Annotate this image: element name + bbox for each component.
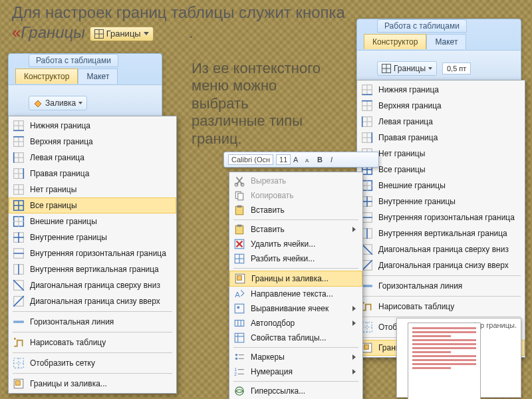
font-size-box[interactable]: 11 xyxy=(276,154,291,165)
menu-item-label: Внутренняя горизонтальная граница xyxy=(30,249,166,258)
svg-line-38 xyxy=(13,296,24,307)
context-menu-item[interactable]: Вырезать xyxy=(229,174,362,188)
borders-menu-item[interactable]: Внешние границы xyxy=(9,213,176,229)
menu-item-label: Границы и заливка... xyxy=(30,379,107,388)
context-menu-item[interactable]: Гиперссылка... xyxy=(229,384,362,398)
submenu-arrow-icon xyxy=(352,306,356,311)
context-menu-item[interactable]: Автоподбор xyxy=(229,316,362,331)
tab-design[interactable]: Конструктор xyxy=(364,34,426,49)
menu-separator xyxy=(233,347,358,348)
borders-menu-item[interactable]: Верхняя граница xyxy=(9,134,176,150)
borders-menu-item[interactable]: Внутренняя горизонтальная граница xyxy=(357,209,525,225)
context-menu-item[interactable]: Выравнивание ячеек xyxy=(229,301,362,316)
context-menu-item[interactable]: Копировать xyxy=(229,188,362,203)
svg-rect-99 xyxy=(238,194,243,200)
borders-menu-item[interactable]: Левая граница xyxy=(357,114,525,130)
bold-icon[interactable]: B xyxy=(317,155,327,164)
borders-menu-item[interactable]: Горизонтальная линия xyxy=(9,314,176,330)
borders-menu-item[interactable]: Нарисовать таблицу xyxy=(357,299,525,315)
chevron-down-icon xyxy=(78,102,82,104)
menu-item-label: Диагональная граница сверху вниз xyxy=(30,281,160,290)
tab-layout[interactable]: Макет xyxy=(426,34,466,49)
border-preview-thumbnail: Выбор границы. xyxy=(396,318,521,398)
context-menu-item[interactable]: Свойства таблицы... xyxy=(229,331,362,345)
context-menu-item[interactable]: AНаправление текста... xyxy=(229,287,362,301)
svg-rect-87 xyxy=(362,323,372,332)
menu-item-label: Все границы xyxy=(30,201,77,210)
font-family-box[interactable]: Calibri (Осн xyxy=(228,154,273,165)
borders-menu-item[interactable]: Нет границы xyxy=(357,146,525,162)
grow-font-icon[interactable]: A xyxy=(293,155,303,164)
svg-text:I: I xyxy=(331,156,332,164)
context-menu-item[interactable]: Маркеры xyxy=(229,350,362,364)
context-icon: A xyxy=(233,288,245,300)
menu-item-label: Внутренняя горизонтальная граница xyxy=(378,213,515,222)
context-menu-item[interactable]: Вставить xyxy=(229,203,362,217)
tab-design[interactable]: Конструктор xyxy=(15,68,78,84)
menu-separator xyxy=(361,275,521,276)
menu-item-label: Внутренние границы xyxy=(378,197,456,206)
borders-grid-icon xyxy=(382,64,391,73)
borders-menu-item[interactable]: Границы и заливка... xyxy=(9,376,176,392)
borders-menu-item[interactable]: Верхняя граница xyxy=(357,98,525,114)
borders-menu-item[interactable]: Отобразить сетку xyxy=(9,355,176,371)
svg-text:A: A xyxy=(305,158,309,164)
borders-menu-item[interactable]: Нижняя граница xyxy=(9,118,176,134)
borders-menu-item[interactable]: Все границы xyxy=(9,198,176,213)
context-icon xyxy=(233,317,245,329)
svg-rect-114 xyxy=(237,307,239,309)
borders-menu-left: Нижняя границаВерхняя границаЛевая грани… xyxy=(8,116,177,394)
border-style-icon xyxy=(13,184,25,196)
menu-separator xyxy=(13,332,172,332)
menu-item-label: Гиперссылка... xyxy=(251,386,305,396)
borders-menu-item[interactable]: Нет границы xyxy=(9,182,176,198)
borders-menu-item[interactable]: Правая граница xyxy=(9,166,176,182)
submenu-arrow-icon xyxy=(352,369,356,374)
menu-item-label: Выравнивание ячеек xyxy=(251,304,329,313)
svg-line-36 xyxy=(13,280,24,291)
borders-menu-item[interactable]: Внешние границы xyxy=(357,178,525,194)
border-style-icon xyxy=(13,120,25,132)
borders-dropdown[interactable]: Границы xyxy=(377,61,437,76)
context-menu-item[interactable]: Границы и заливка... xyxy=(229,271,362,287)
menu-item-label: Маркеры xyxy=(251,352,285,362)
svg-text:B: B xyxy=(317,156,323,164)
context-menu-item[interactable]: Разбить ячейки... xyxy=(229,251,362,266)
borders-menu-item[interactable]: Диагональная граница сверху вниз xyxy=(9,277,176,293)
paint-bucket-icon xyxy=(33,98,43,108)
chevron-down-icon xyxy=(144,32,149,35)
fill-dropdown[interactable]: Заливка xyxy=(29,96,87,110)
borders-label: Границы xyxy=(394,64,426,73)
menu-item-label: Вставить xyxy=(251,225,285,234)
borders-ribbon-button[interactable]: Границы xyxy=(90,27,154,41)
borders-menu-item[interactable]: Внутренняя горизонтальная граница xyxy=(9,245,176,261)
borders-menu-item[interactable]: Правая граница xyxy=(357,130,525,146)
context-menu-item[interactable]: Удалить ячейки... xyxy=(229,237,362,251)
borders-menu-item[interactable]: Диагональная граница снизу вверх xyxy=(9,293,176,309)
menu-separator xyxy=(13,373,172,374)
svg-line-82 xyxy=(362,244,372,255)
menu-item-label: Нижняя граница xyxy=(378,85,439,94)
svg-rect-118 xyxy=(235,333,244,342)
borders-menu-item[interactable]: Нарисовать таблицу xyxy=(9,334,176,350)
context-menu-item[interactable]: 12Нумерация xyxy=(229,364,362,379)
borders-menu-item[interactable]: Внутренняя вертикальная граница xyxy=(9,261,176,277)
borders-menu-item[interactable]: Левая граница xyxy=(9,150,176,166)
borders-menu-item[interactable]: Диагональная граница сверху вниз xyxy=(357,241,525,257)
tab-layout[interactable]: Макет xyxy=(78,68,118,84)
borders-menu-item[interactable]: Внутренние границы xyxy=(9,229,176,245)
menu-item-label: Верхняя граница xyxy=(378,101,442,110)
borders-menu-item[interactable]: Внутренняя вертикальная граница xyxy=(357,225,525,241)
context-icon xyxy=(233,204,245,216)
line-weight-box[interactable]: 0,5 пт xyxy=(442,63,471,74)
svg-rect-100 xyxy=(235,206,243,214)
italic-icon[interactable]: I xyxy=(329,155,338,164)
borders-menu-item[interactable]: Все границы xyxy=(357,162,525,178)
borders-menu-item[interactable]: Диагональная граница снизу вверх xyxy=(357,257,525,273)
borders-menu-item[interactable]: Горизонтальная линия xyxy=(357,278,525,294)
borders-menu-item[interactable]: Нижняя граница xyxy=(357,82,525,98)
borders-menu-right: Нижняя границаВерхняя границаЛевая грани… xyxy=(356,80,525,358)
borders-menu-item[interactable]: Внутренние границы xyxy=(357,194,525,209)
context-menu-item[interactable]: Вставить xyxy=(229,222,362,237)
shrink-font-icon[interactable]: A xyxy=(305,155,315,164)
